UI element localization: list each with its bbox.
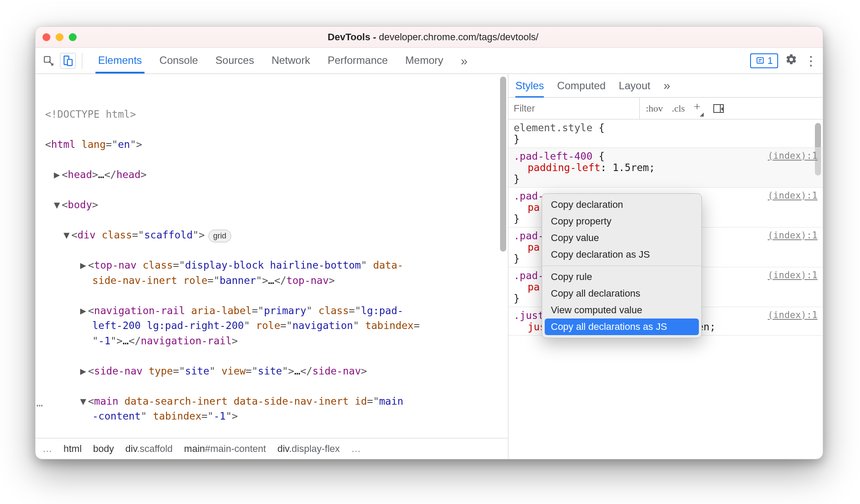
svg-rect-3 — [757, 57, 763, 63]
toolbar-right: 1 ⋮ — [750, 53, 818, 68]
styles-subtabs: Styles Computed Layout » — [508, 74, 823, 98]
device-mode-icon[interactable] — [60, 53, 76, 69]
rule-pad-left-400[interactable]: (index):1 .pad-left-400 { padding-left: … — [508, 148, 823, 188]
ctx-copy-value[interactable]: Copy value — [542, 230, 701, 246]
elements-pane: <!DOCTYPE html> <html lang="en"> ▶<head>… — [35, 74, 508, 459]
crumb-ellipsis-left[interactable]: … — [42, 443, 52, 455]
breadcrumb: … html body div.scaffold main#main-conte… — [35, 438, 508, 459]
ctx-copy-all-declarations-js[interactable]: Copy all declarations as JS — [545, 318, 699, 335]
svg-rect-2 — [67, 59, 72, 65]
toggle-sidebar-icon[interactable] — [713, 104, 724, 113]
styles-filter-input[interactable] — [508, 98, 640, 119]
panes-split: <!DOCTYPE html> <html lang="en"> ▶<head>… — [35, 74, 823, 459]
rule-source-link[interactable]: (index):1 — [768, 150, 818, 161]
title-app: DevTools — [328, 32, 370, 42]
rule-source-link[interactable]: (index):1 — [768, 230, 818, 241]
hov-toggle[interactable]: :hov — [646, 103, 663, 114]
new-style-rule-icon[interactable]: +◢ — [694, 100, 705, 116]
crumb-scaffold[interactable]: div.scaffold — [125, 443, 173, 455]
rule-source-link[interactable]: (index):1 — [768, 190, 818, 201]
issues-count: 1 — [768, 55, 773, 66]
minimize-window-icon[interactable] — [56, 33, 63, 41]
main-tabs: Elements Console Sources Network Perform… — [95, 48, 747, 74]
ctx-copy-rule[interactable]: Copy rule — [542, 269, 701, 285]
dom-tree[interactable]: <!DOCTYPE html> <html lang="en"> ▶<head>… — [35, 74, 508, 438]
dom-scrollbar[interactable] — [500, 77, 506, 252]
traffic-lights — [42, 33, 77, 41]
crumb-ellipsis-right[interactable]: … — [351, 443, 361, 455]
gutter-menu-icon[interactable]: ⋯ — [36, 398, 42, 413]
crumb-html[interactable]: html — [63, 443, 82, 455]
subtab-more-icon[interactable]: » — [663, 74, 670, 99]
grid-pill[interactable]: grid — [208, 230, 231, 242]
subtab-styles[interactable]: Styles — [515, 74, 544, 98]
context-menu: Copy declaration Copy property Copy valu… — [542, 193, 702, 338]
styles-rules[interactable]: element.style { } (index):1 .pad-left-40… — [508, 119, 823, 459]
close-window-icon[interactable] — [42, 33, 50, 41]
cls-toggle[interactable]: .cls — [672, 103, 685, 114]
ctx-copy-property[interactable]: Copy property — [542, 213, 701, 230]
window-titlebar: DevTools - developer.chrome.com/tags/dev… — [35, 27, 823, 48]
rule-source-link[interactable]: (index):1 — [768, 310, 818, 320]
ctx-copy-declaration[interactable]: Copy declaration — [542, 196, 701, 213]
crumb-main[interactable]: main#main-content — [184, 443, 266, 455]
devtools-window: DevTools - developer.chrome.com/tags/dev… — [35, 26, 823, 459]
styles-filter-row: :hov .cls +◢ — [508, 98, 823, 119]
title-sep: - — [370, 32, 379, 42]
ctx-copy-all-declarations[interactable]: Copy all declarations — [542, 285, 701, 302]
ctx-copy-declaration-js[interactable]: Copy declaration as JS — [542, 246, 701, 263]
tab-elements[interactable]: Elements — [95, 48, 145, 74]
ctx-view-computed[interactable]: View computed value — [542, 302, 701, 318]
subtab-layout[interactable]: Layout — [619, 74, 650, 98]
tab-console[interactable]: Console — [157, 48, 201, 74]
title-url: developer.chrome.com/tags/devtools/ — [379, 32, 538, 42]
crumb-div-selected[interactable]: div.display-flex — [277, 443, 340, 455]
devtools-toolbar: Elements Console Sources Network Perform… — [35, 48, 823, 74]
window-title: DevTools - developer.chrome.com/tags/dev… — [77, 32, 790, 43]
kebab-menu-icon[interactable]: ⋮ — [804, 58, 818, 63]
crumb-body[interactable]: body — [93, 443, 114, 455]
more-tabs-icon[interactable]: » — [458, 48, 470, 74]
doctype-line: <!DOCTYPE html> — [45, 108, 136, 120]
settings-icon[interactable] — [785, 53, 797, 68]
rule-element-style[interactable]: element.style { } — [508, 119, 823, 148]
tab-sources[interactable]: Sources — [213, 48, 257, 74]
tab-performance[interactable]: Performance — [325, 48, 390, 74]
styles-pane: Styles Computed Layout » :hov .cls +◢ el… — [508, 74, 823, 459]
zoom-window-icon[interactable] — [69, 33, 77, 41]
issues-badge[interactable]: 1 — [750, 53, 778, 68]
tab-network[interactable]: Network — [269, 48, 313, 74]
inspect-element-icon[interactable] — [41, 53, 56, 69]
tab-memory[interactable]: Memory — [403, 48, 446, 74]
rule-source-link[interactable]: (index):1 — [768, 270, 818, 280]
subtab-computed[interactable]: Computed — [557, 74, 606, 98]
